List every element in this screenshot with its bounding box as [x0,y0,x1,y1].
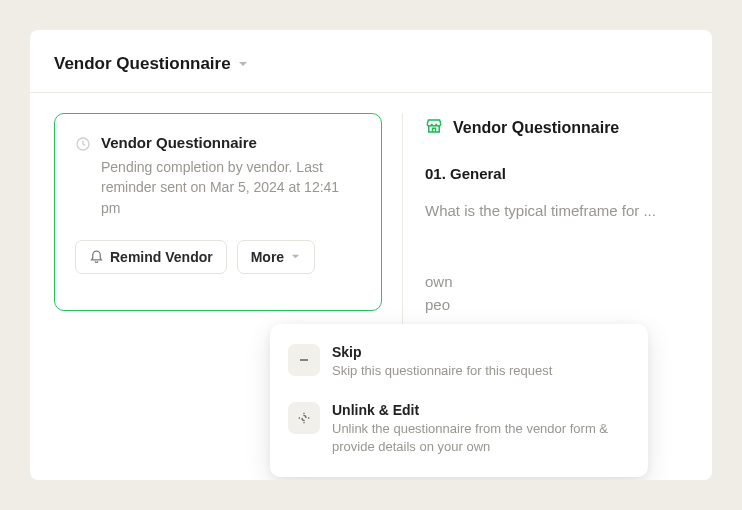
menu-skip-desc: Skip this questionnaire for this request [332,362,552,380]
card-actions: Remind Vendor More [75,240,361,274]
menu-item-skip[interactable]: Skip Skip this questionnaire for this re… [282,336,636,388]
menu-item-unlink[interactable]: Unlink & Edit Unlink the questionnaire f… [282,394,636,464]
question-text: What is the typical timeframe for ... [425,202,712,219]
clock-icon [75,136,91,218]
menu-skip-title: Skip [332,344,552,360]
card-title: Vendor Questionnaire [101,134,361,151]
minus-icon [288,344,320,376]
page-title: Vendor Questionnaire [54,54,231,74]
store-icon [425,117,443,139]
card-description: Pending completion by vendor. Last remin… [101,157,361,218]
caret-down-icon[interactable] [237,58,249,70]
detail-title: Vendor Questionnaire [453,119,619,137]
remind-vendor-label: Remind Vendor [110,249,213,265]
questionnaire-card[interactable]: Vendor Questionnaire Pending completion … [54,113,382,311]
more-button[interactable]: More [237,240,315,274]
menu-unlink-desc: Unlink the questionnaire from the vendor… [332,420,630,456]
page-header: Vendor Questionnaire [30,54,712,93]
more-label: More [251,249,284,265]
remind-vendor-button[interactable]: Remind Vendor [75,240,227,274]
more-menu: Skip Skip this questionnaire for this re… [270,324,648,477]
unlink-icon [288,402,320,434]
menu-unlink-title: Unlink & Edit [332,402,630,418]
section-label: 01. General [425,165,712,182]
bell-icon [89,248,104,266]
caret-down-icon [290,249,301,265]
hint-text: own peo [425,271,712,316]
app-window: Vendor Questionnaire Vendor Questionnair… [30,30,712,480]
